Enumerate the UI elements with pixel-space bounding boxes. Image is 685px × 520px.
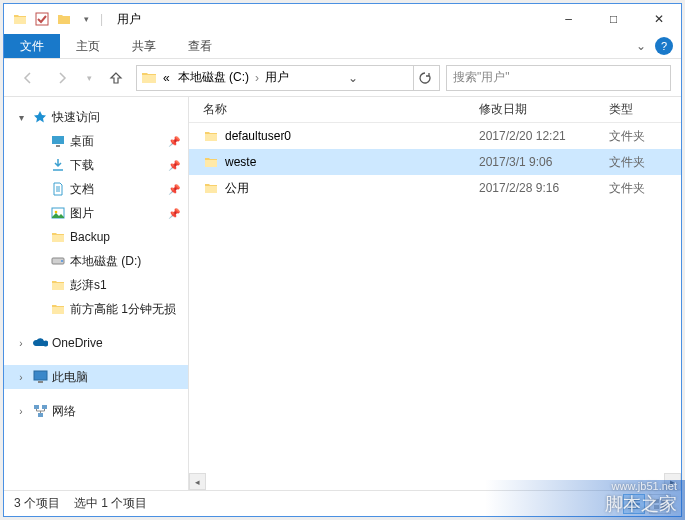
svg-rect-2: [56, 145, 60, 147]
folder-icon: [139, 71, 159, 85]
nav-up-button[interactable]: [102, 64, 130, 92]
breadcrumb-drive[interactable]: 本地磁盘 (C:): [174, 69, 253, 86]
column-header-type[interactable]: 类型: [609, 101, 664, 118]
sidebar-item[interactable]: 彭湃s1: [22, 273, 188, 297]
svg-rect-12: [654, 499, 659, 503]
chevron-right-icon[interactable]: ›: [14, 338, 28, 349]
breadcrumb-folder[interactable]: 用户: [261, 69, 293, 86]
ribbon-collapse-icon[interactable]: ⌄: [631, 36, 651, 56]
help-icon[interactable]: ?: [655, 37, 673, 55]
ribbon-file-tab[interactable]: 文件: [4, 34, 60, 58]
ribbon-tab-view[interactable]: 查看: [172, 34, 228, 58]
sidebar-item[interactable]: Backup: [22, 225, 188, 249]
nav-recent-dropdown[interactable]: ▾: [82, 64, 96, 92]
sidebar-network[interactable]: › 网络: [4, 399, 188, 423]
file-type: 文件夹: [609, 128, 664, 145]
svg-rect-13: [661, 499, 666, 503]
pin-icon: 📌: [168, 136, 180, 147]
sidebar-item[interactable]: 下载📌: [22, 153, 188, 177]
scroll-right-icon[interactable]: ▸: [664, 473, 681, 490]
window-title: 用户: [117, 11, 141, 28]
folder-icon: [203, 128, 219, 144]
file-type: 文件夹: [609, 180, 664, 197]
nav-forward-button[interactable]: [48, 64, 76, 92]
status-bar: 3 个项目 选中 1 个项目: [4, 490, 681, 516]
sidebar-item-label: 前方高能 1分钟无损: [70, 301, 176, 318]
svg-rect-8: [38, 381, 43, 383]
pin-icon: 📌: [168, 160, 180, 171]
item-icon: [50, 205, 66, 221]
divider: |: [100, 12, 103, 26]
chevron-right-icon[interactable]: ›: [14, 406, 28, 417]
chevron-right-icon[interactable]: ›: [253, 71, 261, 85]
minimize-button[interactable]: –: [546, 4, 591, 34]
sidebar-quick-access[interactable]: ▾ 快速访问: [4, 105, 188, 129]
svg-rect-15: [661, 505, 666, 509]
breadcrumb-prefix: «: [159, 71, 174, 85]
column-header-date[interactable]: 修改日期: [479, 101, 609, 118]
svg-rect-11: [38, 413, 43, 417]
svg-rect-10: [42, 405, 47, 409]
status-selection: 选中 1 个项目: [74, 495, 147, 512]
file-list-pane: 名称 修改日期 类型 defaultuser02017/2/20 12:21文件…: [189, 97, 681, 490]
monitor-icon: [32, 369, 48, 385]
address-bar[interactable]: « 本地磁盘 (C:) › 用户 ⌄: [136, 65, 440, 91]
svg-rect-7: [34, 371, 47, 380]
file-date: 2017/2/20 12:21: [479, 129, 609, 143]
nav-back-button[interactable]: [14, 64, 42, 92]
sidebar-item-label: 桌面: [70, 133, 94, 150]
file-row[interactable]: weste2017/3/1 9:06文件夹: [189, 149, 681, 175]
cloud-icon: [32, 335, 48, 351]
sidebar-onedrive[interactable]: › OneDrive: [4, 331, 188, 355]
sidebar-item[interactable]: 图片📌: [22, 201, 188, 225]
sidebar-item[interactable]: 文档📌: [22, 177, 188, 201]
sidebar-item[interactable]: 桌面📌: [22, 129, 188, 153]
chevron-right-icon[interactable]: ›: [14, 372, 28, 383]
status-item-count: 3 个项目: [14, 495, 60, 512]
file-row[interactable]: defaultuser02017/2/20 12:21文件夹: [189, 123, 681, 149]
file-date: 2017/2/28 9:16: [479, 181, 609, 195]
refresh-icon[interactable]: [413, 66, 437, 90]
properties-checkbox-icon[interactable]: [34, 11, 50, 27]
sidebar-item-label: 图片: [70, 205, 94, 222]
svg-rect-14: [654, 505, 659, 509]
sidebar-item-label: OneDrive: [52, 336, 103, 350]
file-name: defaultuser0: [225, 129, 291, 143]
sidebar-item-label: 彭湃s1: [70, 277, 107, 294]
ribbon-tab-home[interactable]: 主页: [60, 34, 116, 58]
folder-icon: [203, 180, 219, 196]
item-icon: [50, 229, 66, 245]
maximize-button[interactable]: □: [591, 4, 636, 34]
file-row[interactable]: 公用2017/2/28 9:16文件夹: [189, 175, 681, 201]
sidebar-item-label: 网络: [52, 403, 76, 420]
ribbon-tabs: 文件 主页 共享 查看 ⌄ ?: [4, 34, 681, 59]
qat-dropdown-icon[interactable]: ▾: [78, 11, 94, 27]
scroll-left-icon[interactable]: ◂: [189, 473, 206, 490]
view-thumbnails-button[interactable]: [649, 494, 671, 514]
item-icon: [50, 133, 66, 149]
sidebar-item[interactable]: 前方高能 1分钟无损: [22, 297, 188, 321]
close-button[interactable]: ✕: [636, 4, 681, 34]
sidebar-item-label: 下载: [70, 157, 94, 174]
svg-rect-9: [34, 405, 39, 409]
star-icon: [32, 109, 48, 125]
pin-icon: 📌: [168, 208, 180, 219]
folder-icon: [203, 154, 219, 170]
item-icon: [50, 157, 66, 173]
search-placeholder: 搜索"用户": [453, 69, 510, 86]
chevron-down-icon[interactable]: ▾: [14, 112, 28, 123]
address-dropdown-icon[interactable]: ⌄: [341, 66, 365, 90]
file-name: 公用: [225, 180, 249, 197]
pin-icon: 📌: [168, 184, 180, 195]
folder-small-icon[interactable]: [56, 11, 72, 27]
search-input[interactable]: 搜索"用户": [446, 65, 671, 91]
item-icon: [50, 301, 66, 317]
ribbon-tab-share[interactable]: 共享: [116, 34, 172, 58]
svg-point-6: [61, 260, 63, 262]
column-header-name[interactable]: 名称: [189, 101, 479, 118]
view-details-button[interactable]: [623, 494, 645, 514]
navigation-pane: ▾ 快速访问 桌面📌下载📌文档📌图片📌Backup本地磁盘 (D:)彭湃s1前方…: [4, 97, 189, 490]
sidebar-item[interactable]: 本地磁盘 (D:): [22, 249, 188, 273]
svg-rect-0: [36, 13, 48, 25]
sidebar-this-pc[interactable]: › 此电脑: [4, 365, 188, 389]
